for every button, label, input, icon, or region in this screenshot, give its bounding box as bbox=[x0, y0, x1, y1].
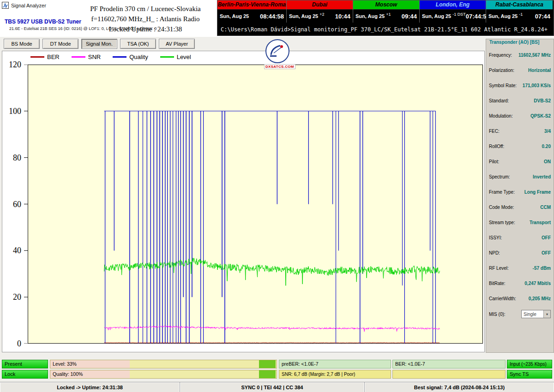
ber-indicator: BER: <1.0E-7 bbox=[392, 360, 506, 368]
statusbar-sync-counters: SYNC 0 | TEI 442 | CC 384 bbox=[180, 382, 365, 392]
clock-time: 10:44 bbox=[335, 13, 350, 20]
legend-item-quality: Quality bbox=[113, 53, 148, 60]
clock-column-london: London, Eng Sun, Aug 25 -1 DST 07:44:58 bbox=[420, 0, 486, 23]
y-axis-label: 60 bbox=[3, 199, 21, 209]
field-value: 11602,567 MHz bbox=[518, 53, 551, 58]
field-value: Horizontal bbox=[528, 68, 551, 73]
dxsatcs-logo: DXSATCS.COM bbox=[264, 39, 291, 69]
legend-label: SNR bbox=[88, 53, 101, 60]
monitoring-header: PF Prodelin 370 cm / Lucenec-Slovakia f=… bbox=[69, 4, 222, 34]
clock-city-label: Dubai bbox=[287, 0, 353, 10]
field-label: ISSYI: bbox=[489, 235, 502, 240]
preber-indicator: preBER: <1.0E-7 bbox=[279, 360, 391, 368]
quality-swatch bbox=[113, 56, 126, 58]
input-indicator: Input (~235 Kbps) bbox=[507, 360, 552, 368]
frequency-line: f=11602,760 MHz_H_ : Atlantis Radio bbox=[69, 14, 222, 24]
clock-column-rabat: Rabat-Casablanca Sun, Aug 25 -1 07:44 bbox=[486, 0, 553, 23]
tp-row-mis: MIS (0): Single ▼ bbox=[489, 311, 551, 317]
field-label: Frequency: bbox=[489, 53, 512, 58]
clock-date: Sun, Aug 25 bbox=[422, 13, 451, 19]
logo-circle bbox=[265, 39, 289, 63]
clock-time: 08:44:58 bbox=[260, 13, 284, 20]
status-bar: Locked -> Uptime: 24:31:38 SYNC 0 | TEI … bbox=[0, 382, 554, 392]
field-label: BitRate: bbox=[489, 281, 506, 286]
tp-row-issyi: ISSYI: OFF bbox=[489, 234, 551, 241]
tp-row-npd: NPD: OFF bbox=[489, 249, 551, 256]
tp-row-modulation: Modulation: QPSK-S2 bbox=[489, 113, 551, 119]
clock-utc-offset: +2 bbox=[319, 12, 324, 17]
statusbar-uptime: Locked -> Uptime: 24:31:38 bbox=[0, 382, 180, 392]
clock-utc-offset: -1 bbox=[519, 12, 523, 17]
tp-row-frame-type: Frame Type: Long Frame bbox=[489, 189, 551, 195]
clock-date: Sun, Aug 25 bbox=[220, 13, 249, 19]
field-value: 0,205 MHz bbox=[529, 296, 551, 301]
field-label: Modulation: bbox=[489, 113, 513, 119]
ber-text: BER: <1.0E-7 bbox=[393, 360, 505, 368]
field-value: OFF bbox=[542, 235, 551, 240]
tp-row-spectrum: Spectrum: Inverted bbox=[489, 173, 551, 180]
chevron-down-icon[interactable]: ▼ bbox=[543, 310, 550, 318]
transponder-header: Transponder (AO) [BS] bbox=[489, 40, 552, 45]
field-label: CarrierWidth: bbox=[489, 296, 516, 301]
field-value: Long Frame bbox=[524, 190, 551, 195]
field-value: QPSK-S2 bbox=[530, 113, 551, 119]
tp-row-code-mode: Code Mode: CCM bbox=[489, 204, 551, 210]
window-title: Signal Analyzer bbox=[11, 3, 46, 8]
quality-bar: Quality: 100% bbox=[50, 370, 277, 379]
field-label: FEC: bbox=[489, 129, 500, 134]
clock-date: Sun, Aug 25 bbox=[355, 13, 385, 19]
y-axis-label: 20 bbox=[3, 292, 21, 302]
field-label: Standard: bbox=[489, 98, 509, 103]
window-titlebar: Signal Analyzer bbox=[2, 2, 46, 9]
level-bar: Level: 33% bbox=[50, 360, 277, 368]
clock-column-moscow: Moscow Sun, Aug 25 +1 09:44 bbox=[353, 0, 420, 23]
y-axis-label: 80 bbox=[3, 153, 21, 163]
clock-city-label: Moscow bbox=[353, 0, 419, 10]
field-value: Inverted bbox=[533, 174, 551, 179]
field-label: NPD: bbox=[489, 250, 500, 255]
clock-column-dubai: Dubai Sun, Aug 25 +2 10:44 bbox=[287, 0, 353, 23]
field-label: RollOff: bbox=[489, 144, 504, 149]
clock-city-label: Rabat-Casablanca bbox=[486, 0, 553, 10]
tab-signal-mon[interactable]: Signal Mon. bbox=[81, 39, 117, 49]
tab-bs-mode[interactable]: BS Mode bbox=[4, 39, 40, 49]
mis-dropdown[interactable]: Single ▼ bbox=[521, 310, 551, 318]
legend-item-snr: SNR bbox=[72, 53, 101, 60]
field-value: CCM bbox=[540, 205, 551, 210]
snr-bar bbox=[392, 370, 506, 379]
field-label: Polarization: bbox=[489, 68, 514, 73]
statusbar-best-signal: Best signal: 7,4 dB (2024-08-24 15:13) bbox=[365, 382, 554, 392]
field-label: Pilot: bbox=[489, 159, 499, 164]
legend-item-ber: BER bbox=[30, 53, 60, 60]
lock-indicator: Lock bbox=[2, 370, 48, 379]
y-axis-label: 0 bbox=[3, 339, 21, 349]
level-swatch bbox=[160, 56, 174, 58]
tp-row-rolloff: RollOff: 0.20 bbox=[489, 143, 551, 149]
field-value: Transport bbox=[530, 220, 551, 225]
clock-time: 09:44 bbox=[402, 13, 417, 20]
field-label: Stream type: bbox=[489, 220, 515, 225]
field-label: Spectrum: bbox=[489, 174, 510, 179]
tp-row-stream-type: Stream type: Transport bbox=[489, 219, 551, 226]
y-axis-label: 100 bbox=[3, 106, 21, 116]
legend-label: BER bbox=[47, 53, 60, 60]
field-value: -57 dBm bbox=[533, 266, 551, 271]
clock-city-label: Berlin-Paris-Vienna-Roma bbox=[217, 0, 286, 10]
legend-label: Quality bbox=[129, 53, 148, 60]
clock-city-label: London, Eng bbox=[420, 0, 486, 10]
tab-tsa[interactable]: TSA (OK) bbox=[120, 39, 156, 49]
snr-swatch bbox=[72, 56, 85, 58]
uptime-line: Locked Uptime : 24:31:38 bbox=[69, 24, 222, 34]
legend-label: Level bbox=[177, 53, 191, 60]
field-value: 171,003 KS/s bbox=[523, 83, 551, 88]
tab-av-player[interactable]: AV Player bbox=[159, 39, 195, 49]
sync-ts-indicator: Sync TS bbox=[507, 370, 552, 379]
field-value: 3/4 bbox=[544, 129, 551, 134]
preber-text: preBER: <1.0E-7 bbox=[279, 360, 391, 368]
tab-dt-mode[interactable]: DT Mode bbox=[42, 39, 78, 49]
chart-legend: BER SNR Quality Level bbox=[30, 53, 191, 60]
clock-utc-offset: -1 DST bbox=[452, 12, 466, 17]
tp-row-standard: Standard: DVB-S2 bbox=[489, 97, 551, 104]
field-value: DVB-S2 bbox=[534, 98, 551, 103]
satellite-dish-icon bbox=[267, 41, 288, 61]
